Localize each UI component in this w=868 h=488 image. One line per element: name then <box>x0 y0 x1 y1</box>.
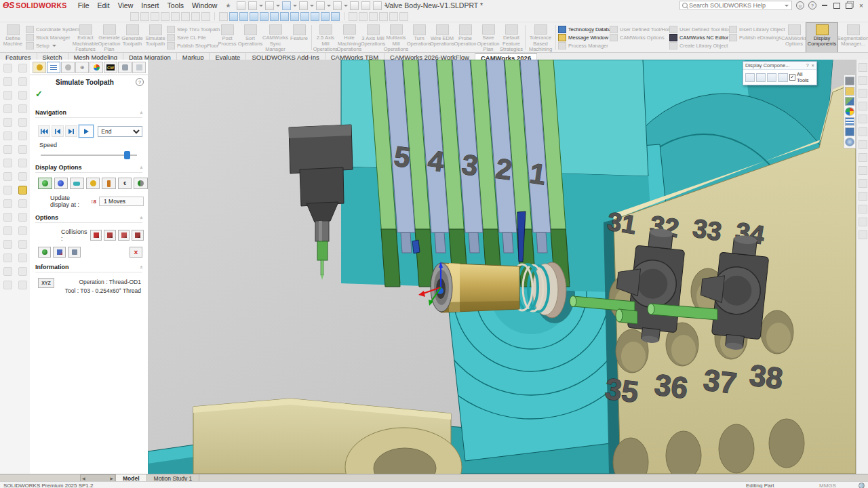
menu-item[interactable]: File <box>74 1 94 9</box>
view-orientation-icon[interactable] <box>331 12 340 21</box>
help-icon[interactable]: ? <box>808 1 816 9</box>
task-pane-icon[interactable] <box>859 76 867 85</box>
open-icon[interactable] <box>265 1 274 10</box>
slider-track[interactable] <box>41 155 137 156</box>
toolbar-icon[interactable] <box>130 12 139 21</box>
task-pane-icon[interactable] <box>859 218 867 226</box>
view-orientation-icon[interactable] <box>270 12 279 21</box>
save-image-button[interactable] <box>68 247 81 258</box>
camworks-options-button[interactable]: CAMWorks Options <box>610 34 669 41</box>
coordinate-system-button[interactable]: Coordinate System <box>26 26 73 33</box>
camworks-options-large-button[interactable]: CAMWorks Options <box>782 23 806 52</box>
display-components-button[interactable]: Display Components <box>806 23 837 52</box>
sidebar-tool-icon[interactable] <box>18 64 27 73</box>
sidebar-tool-icon[interactable] <box>3 118 12 127</box>
view-orientation-icon[interactable] <box>239 12 248 21</box>
close-button[interactable]: × <box>857 2 865 9</box>
setup-button[interactable]: Setup <box>26 42 73 49</box>
task-pane-icon[interactable] <box>859 127 867 136</box>
undo-icon[interactable] <box>316 1 325 10</box>
search-input[interactable] <box>688 1 784 9</box>
toolbar-icon[interactable] <box>219 12 228 21</box>
sidebar-tool-icon[interactable] <box>3 267 12 276</box>
task-pane-icon[interactable] <box>859 192 867 201</box>
information-section-header[interactable]: Information « <box>35 264 142 272</box>
stop-on-collision-button[interactable] <box>132 230 144 241</box>
sidebar-tool-icon[interactable] <box>3 253 12 262</box>
view-orientation-icon[interactable] <box>290 12 299 21</box>
sidebar-tool-icon[interactable] <box>3 199 12 208</box>
task-pane-icon[interactable] <box>859 89 867 98</box>
segmentation-manager-button[interactable]: Segmentation Manager... <box>837 23 868 52</box>
task-pane-icon[interactable] <box>859 166 867 175</box>
toolbar-icon[interactable] <box>161 12 170 21</box>
stock-shaded-button[interactable] <box>38 178 52 189</box>
insert-library-object-button[interactable]: Insert Library Object <box>729 26 782 33</box>
toolbar-icon[interactable] <box>191 12 200 21</box>
xyz-button[interactable]: XYZ <box>38 278 54 288</box>
step-thru-toolpath-button[interactable]: Step Thru Toolpath <box>167 26 216 33</box>
panel-help-icon[interactable]: ? <box>136 78 144 86</box>
toolbar-icon[interactable] <box>151 12 159 21</box>
sidebar-tool-icon[interactable] <box>3 281 12 289</box>
sidebar-tool-icon[interactable] <box>18 172 27 181</box>
toolbar-icon[interactable] <box>399 12 408 21</box>
view-orientation-icon[interactable] <box>229 12 238 21</box>
view-orientation-icon[interactable] <box>280 12 289 21</box>
sidebar-tool-icon[interactable] <box>18 240 27 249</box>
panel-origin-tab[interactable]: ⊕ <box>75 62 89 73</box>
sidebar-tool-icon[interactable] <box>18 159 27 167</box>
sidebar-tool-icon[interactable] <box>3 172 12 181</box>
sidebar-tool-icon[interactable] <box>18 267 27 276</box>
panel-tool-crib-tab[interactable] <box>132 62 146 73</box>
menu-item[interactable]: Tools <box>163 1 189 9</box>
view-orientation-icon[interactable] <box>300 12 309 21</box>
simulate-toolpath-button[interactable]: Simulate Toolpath <box>144 23 167 52</box>
menu-item[interactable]: Insert <box>137 1 163 9</box>
sidebar-tool-icon[interactable] <box>18 226 27 235</box>
sidebar-tool-icon[interactable] <box>18 213 27 222</box>
task-pane-icon[interactable] <box>859 63 867 72</box>
camworks-operation-tree-tab[interactable] <box>47 62 60 73</box>
globe-icon[interactable] <box>859 483 865 488</box>
toolbar-icon[interactable] <box>181 12 190 21</box>
sidebar-tool-icon[interactable] <box>3 240 12 249</box>
target-part-button[interactable] <box>134 178 148 189</box>
panel-tools-tab[interactable] <box>61 62 75 73</box>
camworks-nc-editor-button[interactable]: CAMWorks NC Editor <box>669 34 729 41</box>
file-properties-icon[interactable] <box>361 1 370 10</box>
toolbar-icon[interactable] <box>379 12 388 21</box>
holder-collision-button[interactable] <box>104 230 116 241</box>
sidebar-tool-icon[interactable] <box>18 253 27 262</box>
user-defined-tool-holder-button[interactable]: User Defined Tool/Holder <box>610 26 669 33</box>
toolbar-icon[interactable] <box>369 12 378 21</box>
end-simulation-button[interactable]: × <box>130 247 142 258</box>
display-stock-icon[interactable] <box>767 73 776 82</box>
sidebar-tool-icon[interactable] <box>3 186 12 195</box>
sidebar-tool-icon[interactable] <box>3 213 12 222</box>
display-machine-icon[interactable] <box>745 73 755 82</box>
user-account-icon[interactable]: ☺ <box>796 1 804 9</box>
tool-collision-button[interactable] <box>90 230 102 241</box>
graphics-viewport[interactable]: 5 4 3 2 1 <box>148 60 856 474</box>
color-pie-tab-icon[interactable] <box>845 107 854 116</box>
dialog-help-icon[interactable]: ? <box>806 62 808 68</box>
message-window-button[interactable]: Message Window <box>558 34 610 41</box>
dialog-close-icon[interactable]: × <box>812 62 814 68</box>
probe-operation-button[interactable]: Probe Operation <box>454 23 477 52</box>
task-pane-icon[interactable] <box>859 115 867 123</box>
define-machine-button[interactable]: Define Machine <box>0 23 26 52</box>
technology-database-button[interactable]: Technology Database <box>558 26 610 33</box>
task-pane-icon[interactable] <box>859 153 867 162</box>
task-pane-icon[interactable] <box>859 205 867 214</box>
sidebar-tool-icon[interactable] <box>3 159 12 167</box>
menu-item[interactable]: View <box>114 1 138 9</box>
run-mode-dropdown[interactable]: End <box>98 126 142 137</box>
minimize-button[interactable] <box>821 2 829 9</box>
sidebar-tool-icon[interactable] <box>18 131 27 140</box>
post-process-button[interactable]: Post Process <box>216 23 239 52</box>
save-icon[interactable] <box>282 1 291 10</box>
create-library-object-button[interactable]: Create Library Object <box>669 42 729 49</box>
camworks-sync-manager-button[interactable]: CAMWorks Sync Manager <box>262 23 289 52</box>
default-feature-strategies-button[interactable]: Default Feature Strategies <box>500 23 523 52</box>
